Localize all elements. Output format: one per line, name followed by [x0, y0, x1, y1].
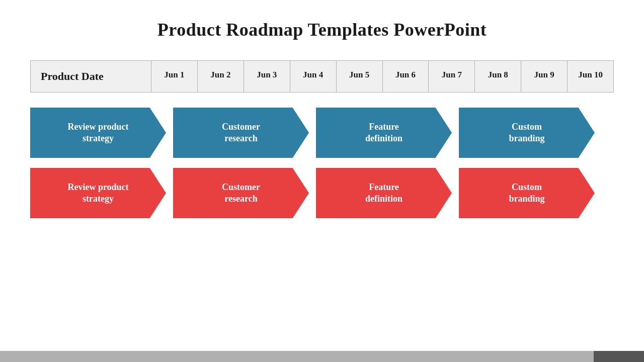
product-date-label: Product Date — [31, 61, 151, 92]
header-date-cell-7: Jun 7 — [429, 61, 475, 92]
arrow-item-1-4: Custombranding — [459, 108, 595, 158]
header-date-cell-6: Jun 6 — [383, 61, 429, 92]
header-date-cell-1: Jun 1 — [151, 61, 198, 92]
arrow-row-2: Review productstrategyCustomerresearchFe… — [30, 168, 614, 218]
arrow-text: Customerresearch — [217, 121, 265, 145]
header-dates: Jun 1Jun 2Jun 3Jun 4Jun 5Jun 6Jun 7Jun 8… — [151, 61, 613, 92]
page-title: Product Roadmap Templates PowerPoint — [0, 0, 644, 40]
arrows-section: Review productstrategyCustomerresearchFe… — [30, 108, 614, 218]
arrow-text: Custombranding — [504, 121, 549, 145]
arrow-text: Review productstrategy — [62, 121, 133, 145]
arrow-item-2-4: Custombranding — [459, 168, 595, 218]
arrow-item-2-1: Review productstrategy — [30, 168, 166, 218]
timeline-header: Product Date Jun 1Jun 2Jun 3Jun 4Jun 5Ju… — [30, 60, 614, 93]
header-date-cell-10: Jun 10 — [568, 61, 613, 92]
header-date-cell-2: Jun 2 — [198, 61, 244, 92]
arrow-text: Featuredefinition — [360, 121, 408, 145]
arrow-item-1-1: Review productstrategy — [30, 108, 166, 158]
arrow-item-1-2: Customerresearch — [173, 108, 309, 158]
arrow-item-2-3: Featuredefinition — [316, 168, 452, 218]
header-date-cell-8: Jun 8 — [475, 61, 521, 92]
arrow-text: Review productstrategy — [62, 182, 133, 205]
header-date-cell-4: Jun 4 — [290, 61, 337, 92]
arrow-text: Customerresearch — [217, 182, 265, 205]
arrow-text: Custombranding — [504, 182, 549, 205]
arrow-text: Featuredefinition — [360, 182, 408, 205]
header-date-cell-5: Jun 5 — [337, 61, 383, 92]
bottom-bar — [0, 351, 594, 362]
arrow-row-1: Review productstrategyCustomerresearchFe… — [30, 108, 614, 158]
header-date-cell-3: Jun 3 — [244, 61, 290, 92]
arrow-item-1-3: Featuredefinition — [316, 108, 452, 158]
header-date-cell-9: Jun 9 — [521, 61, 568, 92]
arrow-item-2-2: Customerresearch — [173, 168, 309, 218]
bottom-bar-accent — [594, 351, 644, 362]
